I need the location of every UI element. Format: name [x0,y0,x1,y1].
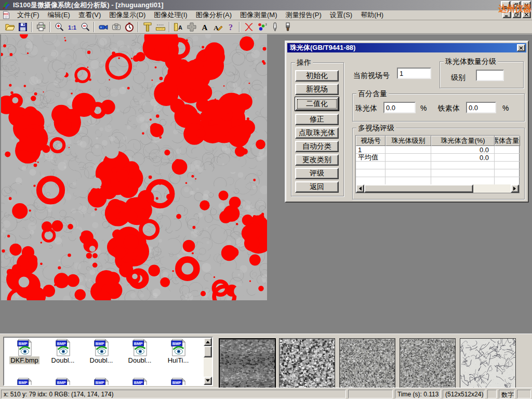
pearlite-percent-input[interactable]: 0.0 [383,102,416,113]
help-icon[interactable]: ? [224,21,237,33]
actual-size-icon[interactable]: 1:1 [65,21,78,33]
multi-view-table[interactable]: 视场号珠光体级别珠光体含量(%)铁素体含量(%) 10.0平均值0.0 [355,135,520,193]
level-label: 级别 [451,73,466,83]
menu-item-0[interactable]: 文件(F) [13,10,44,20]
paint-brush-icon[interactable] [281,21,294,33]
specimen-thumbnail-1[interactable] [219,338,276,389]
close-button[interactable] [522,1,531,9]
table-header-1[interactable]: 珠光体级别 [385,136,431,146]
mdi-minimize-button[interactable] [502,11,511,18]
grid-cross-icon[interactable] [185,21,198,33]
scroll-down-arrow-icon[interactable] [204,377,212,385]
op-button-pick-pearlite[interactable]: 点取珠光体 [295,127,339,139]
file-item-partial-2[interactable]: BMP [82,378,121,386]
op-button-return[interactable]: 返回 [295,181,339,193]
window-title: IS100显微摄像系统(金相分析版) - [zhuguangti01] [13,1,164,10]
save-icon[interactable] [16,21,29,33]
svg-text:BMP: BMP [172,380,181,385]
document-icon[interactable]: DOC [2,11,10,19]
table-row[interactable]: 平均值0.0 [356,154,519,162]
metallographic-image[interactable] [1,34,267,300]
table-row[interactable] [356,169,519,177]
menu-item-9[interactable]: 帮助(H) [356,10,388,20]
op-button-auto-classify[interactable]: 自动分类 [295,141,339,152]
specimen-thumbnail-4[interactable] [400,338,456,388]
title-bar: IS100显微摄像系统(金相分析版) - [zhuguangti01] [0,0,532,10]
scrollbar-track[interactable] [473,184,511,193]
menu-item-7[interactable]: 测量报告(P) [281,10,325,20]
table-header-3[interactable]: 铁素体含量(%) [495,136,520,146]
video-camera-icon[interactable] [97,21,110,33]
table-row[interactable] [356,162,519,169]
table-row[interactable] [356,177,519,185]
level-input[interactable] [476,70,504,81]
current-view-input[interactable]: 1 [397,68,431,79]
file-item-2[interactable]: BMPDoubl... [82,339,121,364]
op-button-new-field[interactable]: 新视场 [295,84,339,95]
menu-item-2[interactable]: 查看(V) [74,10,105,20]
multi-view-group-label: 多视场评级 [356,124,396,133]
table-cell [385,169,431,177]
zoom-in-icon[interactable] [52,21,65,33]
restore-button[interactable] [511,1,521,9]
timer-clock-icon[interactable] [123,21,136,33]
op-button-change-class[interactable]: 更改类别 [295,154,339,166]
mdi-close-button[interactable] [522,11,531,18]
text-edit-icon[interactable]: A [211,21,224,33]
scroll-right-arrow-icon[interactable] [511,184,519,193]
op-button-binarize[interactable]: 二值化 [295,97,339,111]
mdi-restore-button[interactable] [512,11,521,18]
caliper-vertical-icon[interactable] [141,21,154,33]
specimen-thumbnail-3[interactable] [339,338,395,388]
file-item-0[interactable]: BMPDKF.bmp [5,339,44,364]
minimize-button[interactable] [501,1,510,9]
specimen-thumbnail-5[interactable] [460,338,516,388]
table-horizontal-scrollbar[interactable] [356,184,519,193]
file-item-1[interactable]: BMPDoubl... [44,339,82,364]
toolbar-separator [31,22,32,32]
file-item-4[interactable]: BMPHuiTi... [159,339,197,364]
menu-item-4[interactable]: 图像处理(I) [150,10,191,20]
op-button-grade[interactable]: 评级 [295,168,339,179]
scrollbar-thumb[interactable] [364,184,473,193]
status-panel-empty-3 [517,390,531,398]
time-status: Time (s): 0.113 [395,390,441,398]
bmp-file-icon: BMP [94,339,109,356]
measure-font-icon[interactable]: A [172,21,185,33]
file-item-partial-1[interactable]: BMP [44,378,82,386]
ferrite-percent-input[interactable]: 0.0 [466,102,496,113]
dialog-close-button[interactable] [517,44,525,51]
open-folder-icon[interactable] [3,21,16,33]
svg-text:BMP: BMP [57,380,66,385]
workspace: 珠光体(GB/T9441-88) 操作 初始化新视场二值化修正点取珠光体自动分类… [0,34,532,334]
file-item-partial-4[interactable]: BMP [159,378,197,386]
spline-tool-icon[interactable] [242,21,255,33]
scroll-up-arrow-icon[interactable] [204,338,212,346]
menu-item-3[interactable]: 图像显示(D) [105,10,150,20]
specimen-thumbnail-2[interactable] [279,338,335,388]
zoom-out-icon[interactable] [78,21,91,33]
file-item-partial-0[interactable]: BMP [5,378,44,386]
menu-item-5[interactable]: 图像分析(A) [192,10,236,20]
menu-item-1[interactable]: 编辑(E) [44,10,74,20]
table-header-0[interactable]: 视场号 [356,136,385,146]
op-button-initialize[interactable]: 初始化 [295,70,339,82]
file-item-partial-3[interactable]: BMP [121,378,159,386]
toolbar-separator [138,22,139,32]
menu-item-6[interactable]: 图像测量(M) [236,10,282,20]
file-item-3[interactable]: BMPDoubl... [121,339,159,364]
scrollbar-thumb[interactable] [204,346,212,357]
menu-item-8[interactable]: 设置(S) [326,10,356,20]
text-a-icon[interactable]: A [198,21,211,33]
picker-pen-icon[interactable] [268,21,281,33]
scroll-left-arrow-icon[interactable] [356,184,364,193]
dialog-title-bar[interactable]: 珠光体(GB/T9441-88) [287,43,526,52]
classify-balls-icon[interactable]: 3 [255,21,268,33]
table-header-2[interactable]: 珠光体含量(%) [431,136,495,146]
file-list-scrollbar[interactable] [204,338,212,385]
ruler-horizontal-icon[interactable] [154,21,167,33]
op-button-correct[interactable]: 修正 [295,114,339,125]
capture-camera-icon[interactable] [110,21,123,33]
print-icon[interactable] [34,21,47,33]
table-row[interactable]: 10.0 [356,146,519,154]
